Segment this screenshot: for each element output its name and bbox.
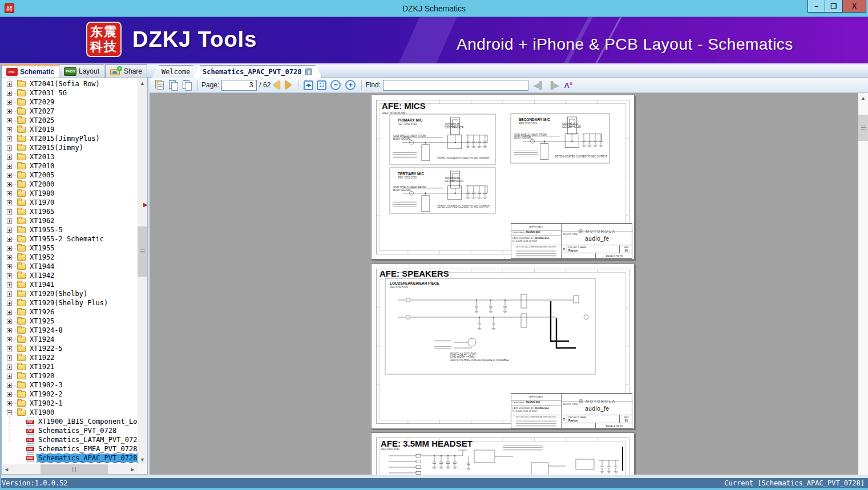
expand-icon[interactable] bbox=[7, 319, 12, 324]
collapse-icon[interactable] bbox=[7, 410, 12, 415]
tree-folder-row[interactable]: XT1929(Shelby) bbox=[2, 289, 138, 298]
expand-icon[interactable] bbox=[7, 255, 12, 260]
expand-icon[interactable] bbox=[7, 100, 12, 105]
tree-folder-row[interactable]: XT1902-1 bbox=[2, 399, 138, 408]
pdf-vertical-scrollbar[interactable]: ▲ bbox=[858, 93, 868, 475]
zoom-out-icon[interactable]: − bbox=[330, 80, 341, 90]
expand-icon[interactable] bbox=[7, 136, 12, 141]
tree-folder-row[interactable]: XT1929(Shelby Plus) bbox=[2, 298, 138, 307]
tree-folder-row[interactable]: XT2013 bbox=[2, 152, 138, 161]
scroll-right-icon[interactable]: ► bbox=[128, 464, 138, 474]
tree-folder-row[interactable]: XT1924-8 bbox=[2, 326, 138, 335]
tree-horizontal-scrollbar[interactable]: ◄ ► bbox=[2, 464, 138, 474]
expand-icon[interactable] bbox=[7, 118, 12, 123]
tree-folder-row[interactable]: XT2027 bbox=[2, 107, 138, 116]
tab-share[interactable]: + Share bbox=[105, 64, 147, 78]
expand-icon[interactable] bbox=[7, 82, 12, 87]
expand-icon[interactable] bbox=[7, 346, 12, 351]
tab-schematic[interactable]: PDF Schematic bbox=[1, 64, 59, 78]
zoom-in-icon[interactable]: + bbox=[345, 80, 356, 90]
tree-pdf-row[interactable]: Schematics_APAC_PVT_0728 bbox=[2, 453, 138, 463]
rotate-left-icon[interactable] bbox=[168, 79, 179, 91]
tree-folder-row[interactable]: XT1942 bbox=[2, 271, 138, 280]
tree-folder-row[interactable]: XT1925 bbox=[2, 317, 138, 326]
tree-folder-row[interactable]: XT1955 bbox=[2, 244, 138, 253]
scroll-left-icon[interactable]: ◄ bbox=[2, 464, 11, 474]
expand-icon[interactable] bbox=[7, 374, 12, 379]
expand-icon[interactable] bbox=[7, 273, 12, 278]
expand-icon[interactable] bbox=[7, 337, 12, 342]
tree-pdf-row[interactable]: Schematics_PVT_0728 bbox=[2, 426, 138, 435]
splitter-collapse-icon[interactable]: ▶ bbox=[143, 201, 148, 208]
next-page-icon[interactable] bbox=[285, 80, 292, 90]
expand-icon[interactable] bbox=[7, 91, 12, 96]
tree-pdf-row[interactable]: XT1900_IBIS_Component_Locati bbox=[2, 417, 138, 426]
expand-icon[interactable] bbox=[7, 383, 12, 388]
rotate-right-icon[interactable] bbox=[181, 79, 193, 91]
expand-icon[interactable] bbox=[7, 282, 12, 287]
expand-icon[interactable] bbox=[7, 310, 12, 315]
expand-icon[interactable] bbox=[7, 365, 12, 370]
find-next-icon[interactable]: ▐▶ bbox=[548, 81, 559, 90]
expand-icon[interactable] bbox=[7, 145, 12, 151]
tree-hscroll-thumb[interactable] bbox=[41, 464, 108, 474]
expand-icon[interactable] bbox=[7, 109, 12, 114]
find-previous-icon[interactable]: ◀▌ bbox=[534, 81, 544, 90]
tree-folder-row[interactable]: XT1926 bbox=[2, 307, 138, 317]
expand-icon[interactable] bbox=[7, 301, 12, 306]
tree-folder-row[interactable]: XT1962 bbox=[2, 216, 138, 225]
tree-folder-row[interactable]: XT1941 bbox=[2, 280, 138, 289]
expand-icon[interactable] bbox=[7, 182, 12, 187]
tree-folder-row[interactable]: XT2025 bbox=[2, 116, 138, 125]
tree-vscroll-thumb[interactable] bbox=[138, 226, 147, 277]
tree-folder-row[interactable]: XT1921 bbox=[2, 362, 138, 371]
tree-folder-row[interactable]: XT1902-3 bbox=[2, 380, 138, 390]
tree-folder-row[interactable]: XT2010 bbox=[2, 161, 138, 171]
page-number-input[interactable] bbox=[221, 80, 257, 91]
tree-pdf-row[interactable]: Schematics_EMEA_PVT_0728 bbox=[2, 444, 138, 453]
expand-icon[interactable] bbox=[7, 173, 12, 178]
expand-icon[interactable] bbox=[7, 264, 12, 269]
expand-icon[interactable] bbox=[7, 291, 12, 297]
tree-folder-row[interactable]: XT1920 bbox=[2, 371, 138, 380]
expand-icon[interactable] bbox=[7, 328, 12, 333]
pdf-view-area[interactable]: AFE: 3.5MM HEADSETREF:4900-4949AFE: SPEA… bbox=[150, 93, 868, 475]
maximize-button[interactable]: ❐ bbox=[825, 0, 843, 13]
expand-icon[interactable] bbox=[7, 401, 12, 406]
tree-folder-row[interactable]: XT2041(Sofia Row) bbox=[2, 79, 138, 88]
tree-pdf-row[interactable]: Schematics_LATAM_PVT_0728 bbox=[2, 435, 138, 444]
expand-icon[interactable] bbox=[7, 218, 12, 224]
tree-folder-row[interactable]: XT1952 bbox=[2, 253, 138, 262]
expand-icon[interactable] bbox=[7, 355, 12, 361]
doc-tab-schematics-apac[interactable]: Schematics_APAC_PVT_0728 x bbox=[193, 65, 322, 78]
tree-folder-row[interactable]: XT1970 bbox=[2, 198, 138, 207]
previous-page-icon[interactable] bbox=[273, 80, 280, 90]
tab-layout[interactable]: PADS Layout bbox=[59, 64, 104, 78]
expand-icon[interactable] bbox=[7, 392, 12, 397]
expand-icon[interactable] bbox=[7, 127, 12, 132]
expand-icon[interactable] bbox=[7, 191, 12, 196]
fit-page-icon[interactable]: ⛶ bbox=[317, 80, 326, 90]
font-size-icon[interactable]: Aa bbox=[564, 80, 572, 90]
tree-folder-row[interactable]: XT2019 bbox=[2, 125, 138, 134]
tree-folder-row[interactable]: XT1955-2 Schematic bbox=[2, 234, 138, 244]
close-doc-tab-icon[interactable]: x bbox=[305, 68, 312, 75]
pdf-vscroll-thumb[interactable] bbox=[858, 115, 868, 141]
tree-folder-row[interactable]: XT2029 bbox=[2, 98, 138, 107]
tree-folder-row[interactable]: XT1980 bbox=[2, 189, 138, 198]
single-page-view-icon[interactable] bbox=[154, 79, 165, 91]
expand-icon[interactable] bbox=[7, 228, 12, 233]
tree-folder-row[interactable]: XT2015(JimnyPlus) bbox=[2, 134, 138, 143]
expand-icon[interactable] bbox=[7, 164, 12, 169]
expand-icon[interactable] bbox=[7, 155, 12, 160]
fit-width-icon[interactable]: ◂▸ bbox=[304, 80, 313, 90]
expand-icon[interactable] bbox=[7, 200, 12, 205]
scroll-up-icon[interactable]: ▲ bbox=[138, 78, 147, 88]
find-input[interactable] bbox=[383, 80, 528, 91]
tree-folder-row[interactable]: XT1902-2 bbox=[2, 390, 138, 399]
expand-icon[interactable] bbox=[7, 246, 12, 251]
tree-folder-row[interactable]: XT1944 bbox=[2, 262, 138, 271]
close-button[interactable]: X bbox=[843, 0, 866, 13]
tree-folder-row[interactable]: XT1965 bbox=[2, 207, 138, 216]
tree-folder-row[interactable]: XT2015(Jimny) bbox=[2, 143, 138, 152]
